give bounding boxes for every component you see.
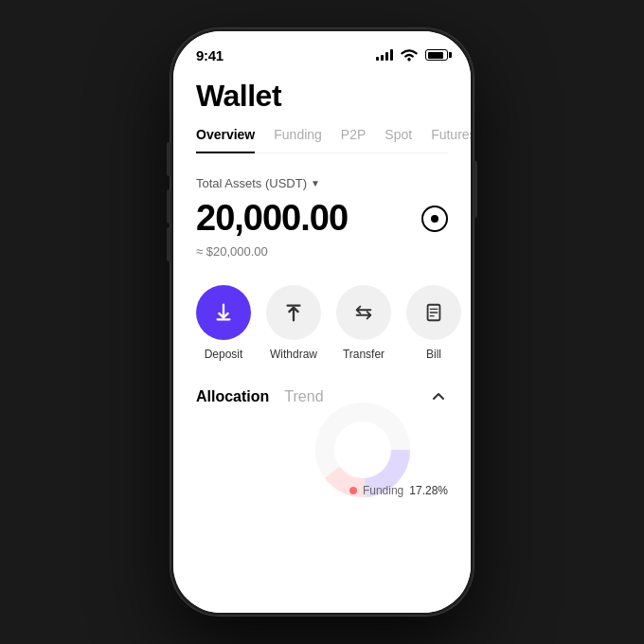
chevron-up-icon xyxy=(431,389,446,404)
deposit-icon xyxy=(213,302,234,323)
dropdown-arrow-icon[interactable]: ▼ xyxy=(311,178,320,188)
tab-bar: Overview Funding P2P Spot Futures xyxy=(196,127,448,153)
phone-frame: 9:41 xyxy=(170,28,474,616)
alloc-tab-allocation[interactable]: Allocation xyxy=(196,388,269,405)
eye-icon[interactable] xyxy=(421,206,448,232)
tab-futures[interactable]: Futures xyxy=(431,127,471,152)
assets-usd-approx: ≈ $20,000.00 xyxy=(196,244,448,259)
assets-amount-value: 20,000.00 xyxy=(196,198,348,239)
funding-percentage: 17.28% xyxy=(409,484,448,497)
withdraw-label: Withdraw xyxy=(270,348,317,361)
withdraw-icon xyxy=(283,302,304,323)
action-buttons: Deposit Withdraw xyxy=(196,285,448,361)
status-time: 9:41 xyxy=(196,47,224,63)
svg-point-0 xyxy=(407,58,410,61)
status-icons xyxy=(376,45,448,65)
tab-spot[interactable]: Spot xyxy=(385,127,412,152)
action-withdraw[interactable]: Withdraw xyxy=(266,285,321,361)
bill-icon xyxy=(423,302,444,323)
withdraw-button[interactable] xyxy=(266,285,321,340)
signal-icon xyxy=(376,49,393,61)
battery-icon xyxy=(425,49,448,61)
bill-label: Bill xyxy=(426,348,441,361)
tab-overview[interactable]: Overview xyxy=(196,127,255,153)
funding-dot xyxy=(349,487,357,494)
action-transfer[interactable]: Transfer xyxy=(336,285,391,361)
deposit-button[interactable] xyxy=(196,285,251,340)
funding-label-row: Funding 17.28% xyxy=(349,484,448,497)
transfer-label: Transfer xyxy=(343,348,385,361)
phone-screen: 9:41 xyxy=(173,31,471,613)
page-title: Wallet xyxy=(196,79,448,114)
transfer-icon xyxy=(353,302,374,323)
tab-p2p[interactable]: P2P xyxy=(341,127,366,152)
wifi-icon xyxy=(399,45,420,65)
assets-label: Total Assets (USDT) ▼ xyxy=(196,176,448,190)
funding-text: Funding xyxy=(363,484,403,497)
allocation-tab-bar: Allocation Trend xyxy=(196,388,324,405)
transfer-button[interactable] xyxy=(336,285,391,340)
content-area: Wallet Overview Funding P2P Spot Futures… xyxy=(173,71,471,613)
tab-funding[interactable]: Funding xyxy=(274,127,322,152)
deposit-label: Deposit xyxy=(205,348,243,361)
assets-amount-row: 20,000.00 xyxy=(196,198,448,239)
action-deposit[interactable]: Deposit xyxy=(196,285,251,361)
allocation-chart: Funding 17.28% xyxy=(196,421,448,497)
action-bill[interactable]: Bill xyxy=(406,285,461,361)
bill-button[interactable] xyxy=(406,285,461,340)
status-bar: 9:41 xyxy=(173,31,471,71)
collapse-icon[interactable] xyxy=(429,387,448,406)
